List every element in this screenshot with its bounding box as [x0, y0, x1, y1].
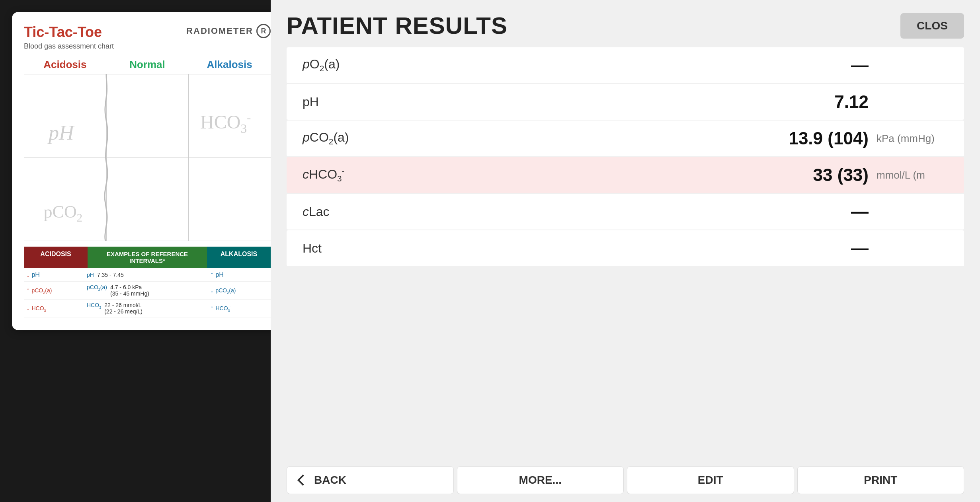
ref-row-ph: ↓ pH pH 7.35 - 7.45 ↑ pH: [24, 268, 271, 282]
ref-row-pco2: ↑ pCO2(a) pCO2(a) 4.7 - 6.0 kPa(35 - 45 …: [24, 282, 271, 300]
result-value-chco3: 33 (33): [749, 165, 877, 185]
result-name-hct: Hct: [295, 241, 749, 256]
result-value-hct: —: [749, 238, 877, 258]
result-name-po2: pO2(a): [295, 57, 749, 73]
result-name-ph: pH: [295, 95, 749, 109]
left-panel: Tic-Tac-Toe Blood gas assessment chart R…: [12, 12, 283, 330]
result-row-chco3: cHCO3- 33 (33) mmol/L (m: [287, 157, 964, 193]
ttt-grid: pH HCO3- pCO2: [24, 74, 271, 241]
result-row-pco2: pCO2(a) 13.9 (104) kPa (mmHg): [287, 121, 964, 156]
ref-row-hco3: ↓ HCO3- HCO3 22 - 26 mmol/L(22 - 26 meq/…: [24, 300, 271, 317]
close-button[interactable]: CLOS: [900, 13, 964, 39]
ref-right-hco3: ↑ HCO3-: [208, 304, 271, 313]
ref-header-alkalosis: ALKALOSIS: [207, 247, 271, 268]
ref-header-row: ACIDOSIS EXAMPLES OF REFERENCE INTERVALS…: [24, 247, 271, 268]
label-alkalosis: Alkalosis: [188, 58, 271, 71]
ref-header-examples: EXAMPLES OF REFERENCE INTERVALS*: [88, 247, 207, 268]
bottom-buttons: BACK MORE... EDIT PRINT: [271, 458, 980, 502]
ref-right-ph: ↑ pH: [208, 270, 271, 279]
result-row-po2: pO2(a) —: [287, 47, 964, 83]
result-unit-pco2: kPa (mmHg): [877, 132, 956, 145]
chart-title: Tic-Tac-Toe: [24, 24, 114, 41]
patient-header: PATIENT RESULTS CLOS: [271, 0, 980, 47]
result-row-clac: cLac —: [287, 194, 964, 230]
patient-title: PATIENT RESULTS: [287, 12, 508, 39]
right-panel: PATIENT RESULTS CLOS pO2(a) — pH 7.12 pC…: [271, 0, 980, 502]
ref-header-acidosis: ACIDOSIS: [24, 247, 88, 268]
reference-table: ACIDOSIS EXAMPLES OF REFERENCE INTERVALS…: [24, 247, 271, 317]
back-button[interactable]: BACK: [287, 466, 454, 494]
result-row-ph: pH 7.12: [287, 84, 964, 120]
result-value-ph: 7.12: [749, 92, 877, 112]
brand-name: RADIOMETER: [186, 26, 253, 36]
chart-subtitle: Blood gas assessment chart: [24, 42, 114, 51]
ref-middle-pco2: pCO2(a) 4.7 - 6.0 kPa(35 - 45 mmHg): [87, 284, 208, 297]
print-button[interactable]: PRINT: [797, 466, 964, 494]
brand-icon: R: [256, 24, 271, 38]
chevron-left-icon: [297, 475, 308, 486]
ref-rows: ↓ pH pH 7.35 - 7.45 ↑ pH ↑ pCO2(a) pCO2(…: [24, 268, 271, 317]
ref-right-pco2: ↓ pCO2(a): [208, 286, 271, 295]
result-value-pco2: 13.9 (104): [749, 128, 877, 148]
chart-title-block: Tic-Tac-Toe Blood gas assessment chart: [24, 24, 114, 51]
ref-middle-ph: pH 7.35 - 7.45: [87, 272, 208, 278]
ref-middle-hco3: HCO3 22 - 26 mmol/L(22 - 26 meq/L): [87, 302, 208, 315]
more-button[interactable]: MORE...: [457, 466, 624, 494]
label-acidosis: Acidosis: [24, 58, 106, 71]
grid-labels-row: Acidosis Normal Alkalosis: [24, 58, 271, 71]
ref-left-ph: ↓ pH: [24, 270, 87, 279]
result-value-clac: —: [749, 202, 877, 222]
result-value-po2: —: [749, 55, 877, 75]
chart-header: Tic-Tac-Toe Blood gas assessment chart R…: [24, 24, 271, 51]
wavy-line-svg: [24, 74, 271, 241]
ref-left-hco3: ↓ HCO3-: [24, 304, 87, 313]
result-name-clac: cLac: [295, 204, 749, 219]
label-normal: Normal: [106, 58, 189, 71]
ref-left-pco2: ↑ pCO2(a): [24, 286, 87, 295]
results-container: pO2(a) — pH 7.12 pCO2(a) 13.9 (104) kPa …: [271, 47, 980, 266]
result-name-chco3: cHCO3-: [295, 166, 749, 183]
edit-button[interactable]: EDIT: [627, 466, 794, 494]
result-row-hct: Hct —: [287, 230, 964, 266]
result-unit-chco3: mmol/L (m: [877, 169, 956, 181]
result-name-pco2: pCO2(a): [295, 130, 749, 146]
brand-logo: RADIOMETER R: [186, 24, 271, 38]
